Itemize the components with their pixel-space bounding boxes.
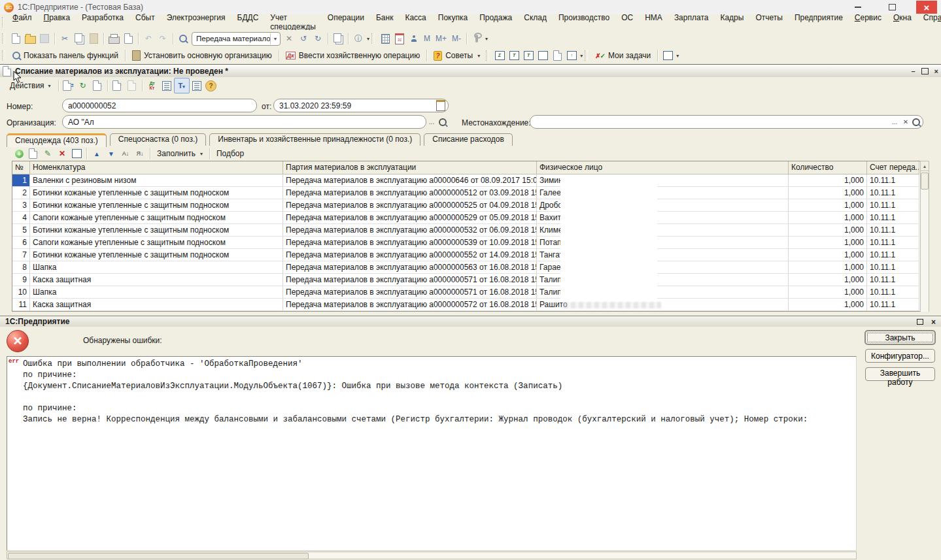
windows-button[interactable]	[331, 31, 345, 46]
organization-more-button[interactable]: ...	[426, 116, 437, 127]
table-row[interactable]: 3Ботинки кожаные утепленные с защитным п…	[12, 199, 921, 212]
account-cell[interactable]: 10.11.1	[867, 299, 919, 311]
column-header[interactable]: Номенклатура	[30, 161, 283, 174]
set-main-organization-button[interactable]: Установить основную организацию	[128, 48, 276, 63]
table-row[interactable]: 4Сапоги кожаные утепленные с защитным по…	[12, 212, 921, 224]
tab[interactable]: Инвентарь и хозяйственные принадлежности…	[209, 133, 420, 146]
row-number-cell[interactable]: 2	[12, 187, 30, 199]
location-clear-button[interactable]: ✕	[900, 116, 911, 127]
table-row[interactable]: 2Ботинки кожаные утепленные с защитным п…	[12, 187, 921, 199]
nomenclature-cell[interactable]: Сапоги кожаные утепленные с защитным под…	[30, 237, 283, 249]
report-export-button[interactable]: ↑	[564, 48, 579, 63]
organization-field[interactable]: АО "Ал	[62, 115, 426, 129]
account-cell[interactable]: 10.11.1	[867, 274, 919, 286]
add-row-button[interactable]: +	[12, 147, 26, 160]
structure-subordination-button[interactable]: Т▾	[174, 78, 190, 93]
table-row[interactable]: 10ШапкаПередача материалов в эксплуатаци…	[12, 286, 921, 299]
dialog-scroll-thumb[interactable]	[8, 553, 309, 559]
nomenclature-cell[interactable]: Валенки с резиновым низом	[30, 174, 283, 187]
end-edit-button[interactable]	[69, 147, 84, 160]
extra-button[interactable]	[660, 48, 675, 63]
tab[interactable]: Списание расходов	[424, 133, 513, 146]
batch-cell[interactable]: Передача материалов в эксплуатацию а0000…	[283, 286, 537, 299]
row-number-cell[interactable]: 9	[12, 274, 30, 286]
quantity-cell[interactable]: 1,000	[789, 299, 867, 311]
search-combobox[interactable]: Передача материалов ▼	[192, 32, 281, 46]
service-dropdown-icon[interactable]: ▾	[485, 36, 488, 42]
row-number-cell[interactable]: 7	[12, 249, 30, 261]
column-header[interactable]: Партия материалов в эксплуатации	[283, 161, 537, 174]
move-down-button[interactable]: ▼	[104, 147, 118, 160]
extra-dropdown-icon[interactable]: ▾	[676, 53, 679, 59]
quantity-cell[interactable]: 1,000	[789, 212, 867, 224]
dialog-horizontal-scrollbar[interactable]	[7, 552, 857, 559]
report-table-button[interactable]: Т	[507, 48, 521, 63]
table-vertical-scrollbar[interactable]: ▲	[920, 161, 929, 313]
table-row[interactable]: 8ШапкаПередача материалов в эксплуатацию…	[12, 261, 921, 274]
account-cell[interactable]: 10.11.1	[867, 249, 919, 261]
nomenclature-cell[interactable]: Шапка	[30, 261, 283, 274]
doc-minimize-button[interactable]: –	[911, 67, 915, 75]
undo-button[interactable]: ↶	[141, 31, 156, 46]
info-dropdown-icon[interactable]: ▾	[367, 36, 369, 42]
sort-desc-button[interactable]: Я↓	[133, 147, 147, 160]
sort-asc-button[interactable]: А↓	[118, 147, 133, 160]
dialog-button[interactable]: Завершить работу	[865, 367, 935, 381]
batch-cell[interactable]: Передача материалов в эксплуатацию а0000…	[283, 299, 537, 311]
calculator-button[interactable]	[378, 31, 392, 46]
quantity-cell[interactable]: 1,000	[789, 274, 867, 286]
help-button[interactable]: ?	[204, 78, 218, 93]
copy-button[interactable]	[72, 31, 86, 46]
location-search-button[interactable]	[911, 116, 921, 127]
save-button[interactable]	[37, 31, 52, 46]
redo-button[interactable]: ↷	[156, 31, 170, 46]
quantity-cell[interactable]: 1,000	[789, 224, 867, 237]
delete-row-button[interactable]: ✕	[55, 147, 69, 160]
quantity-cell[interactable]: 1,000	[789, 199, 867, 212]
fill-button[interactable]: Заполнить▾	[153, 146, 207, 161]
memory-recall-button[interactable]: M	[421, 34, 433, 43]
tips-button[interactable]: ?Советы▾	[430, 48, 484, 63]
unpost-button[interactable]	[125, 78, 139, 93]
row-number-cell[interactable]: 10	[12, 286, 30, 299]
batch-cell[interactable]: Передача материалов в эксплуатацию а0000…	[283, 249, 537, 261]
quantity-cell[interactable]: 1,000	[789, 174, 867, 187]
table-row[interactable]: 11Каска защитнаяПередача материалов в эк…	[12, 299, 921, 311]
account-cell[interactable]: 10.11.1	[867, 174, 919, 187]
nomenclature-cell[interactable]: Ботинки кожаные утепленные с защитным по…	[30, 224, 283, 237]
nomenclature-cell[interactable]: Ботинки кожаные утепленные с защитным по…	[30, 249, 283, 261]
dialog-button[interactable]: Конфигуратор...	[865, 349, 935, 363]
cut-button[interactable]: ✂	[58, 31, 72, 46]
edit-row-button[interactable]: ✎	[41, 147, 55, 160]
clear-search-button[interactable]: ✕	[282, 31, 296, 46]
column-header[interactable]: Счет переда...	[867, 161, 919, 174]
nomenclature-cell[interactable]: Сапоги кожаные утепленные с защитным под…	[30, 212, 283, 224]
copy-row-button[interactable]: +	[26, 147, 41, 160]
scroll-up-icon[interactable]: ▲	[921, 161, 929, 171]
find-next-button[interactable]: ↻	[311, 31, 325, 46]
account-cell[interactable]: 10.11.1	[867, 212, 919, 224]
calendar-button[interactable]: 31	[392, 31, 407, 46]
row-number-cell[interactable]: 5	[12, 224, 30, 237]
my-tasks-button[interactable]: ✗✓Мои задачи	[591, 48, 655, 63]
show-function-panel-button[interactable]: Показать панель функций	[9, 48, 122, 63]
pick-button[interactable]: Подбор	[213, 146, 248, 161]
user-lock-button[interactable]	[407, 31, 421, 46]
account-cell[interactable]: 10.11.1	[867, 224, 919, 237]
post-document-button[interactable]: ⇄	[61, 78, 76, 93]
account-cell[interactable]: 10.11.1	[867, 237, 919, 249]
copy-document-button[interactable]: +	[90, 78, 105, 93]
row-number-cell[interactable]: 4	[12, 212, 30, 224]
batch-cell[interactable]: Передача материалов в эксплуатацию а0000…	[283, 237, 537, 249]
quantity-cell[interactable]: 1,000	[789, 187, 867, 199]
quantity-cell[interactable]: 1,000	[789, 286, 867, 299]
column-header[interactable]: №	[12, 161, 30, 174]
doc-close-button[interactable]: ×	[934, 67, 938, 75]
settings-list-button[interactable]	[190, 78, 204, 93]
open-button[interactable]	[23, 31, 37, 46]
print-preview-button[interactable]	[121, 31, 135, 46]
nomenclature-cell[interactable]: Шапка	[30, 286, 283, 299]
account-cell[interactable]: 10.11.1	[867, 286, 919, 299]
enter-operation-button[interactable]: ДкВвести хозяйственную операцию	[282, 48, 424, 63]
move-up-button[interactable]: ▲	[90, 147, 104, 160]
